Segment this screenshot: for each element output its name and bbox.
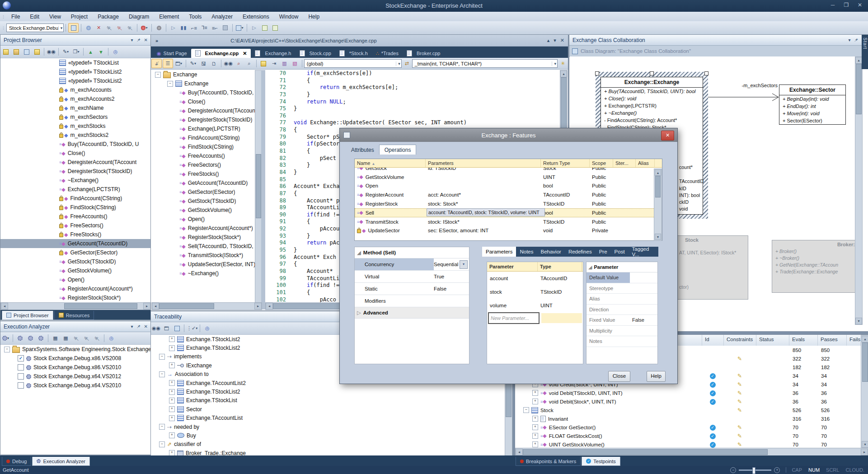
testpoint-row[interactable]: +≡◆FLOAT GetStockCost()✓✎7070 (515, 432, 868, 440)
collapse-icon[interactable]: − (159, 371, 165, 377)
tree-item[interactable]: ≡◆GetStock(TStockID) (0, 257, 151, 266)
minimize-button[interactable]: ─ (828, 2, 837, 8)
help-icon[interactable]: ◎ (202, 324, 212, 333)
tree-item[interactable]: ≡◆FindStock(CString) (151, 142, 255, 151)
reload-button[interactable]: 🗋 (209, 59, 219, 68)
param-detail-row[interactable]: Fixed ValueFalse (586, 315, 657, 326)
menu-tools[interactable]: Tools (184, 13, 206, 21)
edit-button[interactable]: ✎▾ (188, 59, 198, 68)
dialog-title-bar[interactable]: Exchange : Features ✕ (340, 128, 677, 142)
pin-icon[interactable]: 📌︎ (136, 38, 141, 42)
testpoints-vscrollbar[interactable]: ▴ ▾ (861, 335, 868, 449)
editor-tree-hscrollbar[interactable]: ◂ ▸ (151, 302, 262, 310)
expand-icon[interactable]: + (169, 415, 175, 421)
dock-tab-execution-analyzer[interactable]: Execution Analyzer (32, 457, 90, 466)
association-arrow[interactable] (705, 88, 782, 106)
param-detail-row[interactable]: Notes (586, 336, 657, 347)
diagram-tool-button[interactable]: ▾ (235, 23, 244, 32)
tree-item[interactable]: ≡◆Sell(TAccountID, TStockID, UIN (151, 242, 255, 251)
tree-item[interactable]: ◆m_exchName (0, 103, 151, 113)
tree-item[interactable]: ◆FreeSectors() (0, 221, 151, 230)
method-prop-row[interactable]: Modifiers (355, 295, 469, 307)
window-menu-icon[interactable]: ▾ (131, 38, 133, 42)
run-man2-button[interactable]: 🏃︎ (82, 334, 91, 343)
search-doc-icon[interactable]: ⌕ (244, 59, 254, 68)
toggle-tree-button[interactable]: ⫝̸ (151, 59, 162, 68)
zoom-in-icon[interactable]: + (774, 467, 780, 473)
param-col-parameter[interactable]: Parameter (487, 262, 538, 271)
run-button[interactable]: 🏃︎ (104, 23, 114, 32)
expand-icon[interactable]: + (532, 399, 538, 404)
tree-item[interactable]: ≡◆Buy(TAccountID, TStockID, U (0, 140, 151, 149)
help-icon[interactable]: ◎ (107, 334, 116, 343)
step-out-button[interactable]: ≡⌐ (210, 23, 220, 32)
method-prop-row[interactable]: StaticFalse (355, 283, 469, 295)
select-tool-button[interactable]: ▷ (249, 23, 259, 32)
expand-icon[interactable]: + (532, 441, 538, 447)
menu-help[interactable]: Help (303, 13, 324, 21)
detail-tab-notes[interactable]: Notes (516, 247, 537, 257)
run-man-button[interactable]: 🏃︎ (71, 334, 81, 343)
broker-class-box[interactable]: Broker:+ Broker()+ ~Broker()+ GetNet(Exc… (772, 240, 855, 293)
zoom-slider[interactable] (739, 469, 771, 471)
editor-tab[interactable]: Exchange.cpp✕ (191, 49, 251, 58)
cancel-keyboard-button[interactable]: ▦ (61, 334, 70, 343)
expand-icon[interactable]: + (532, 416, 538, 422)
move-up-button[interactable]: ▲ (86, 47, 95, 56)
new-package-button[interactable] (11, 47, 21, 56)
testpoint-row[interactable]: +≡◆ESector GetSector()✓✎7070 (515, 423, 868, 432)
collapse-icon[interactable]: − (159, 354, 165, 360)
tree-item[interactable]: ≡◆FindAccount(CString) (151, 133, 255, 142)
operation-row[interactable]: ≡◆TransmitStockstock: IStock*TStockIDPub… (355, 217, 662, 226)
dialog-tab-operations[interactable]: Operations (379, 145, 417, 155)
copy-button[interactable]: ❐▾ (71, 47, 81, 56)
tree-item[interactable]: ≡◆Exchange(LPCTSTR) (0, 185, 151, 194)
tree-item[interactable]: ◆m_exchAccounts (0, 85, 151, 94)
goto-line-icon[interactable]: ⇥ (269, 59, 279, 68)
help-icon[interactable]: ◎ (111, 47, 120, 56)
testpoints-col-constraints[interactable]: Constraints (723, 335, 756, 346)
testpoint-row[interactable]: +≡◆void Debit(TStockID, UINT, INT)✓✎3636 (515, 389, 868, 397)
tree-item[interactable]: ≡◆Open() (0, 275, 151, 284)
parameter-row[interactable]: volumeUINT (487, 299, 583, 312)
tree-item[interactable]: −Exchange (151, 70, 255, 79)
tree-item[interactable]: ≡◆GetAccount(TAccountID) (151, 178, 255, 188)
analyzer-config-item[interactable]: Stock Exchange.Debug.x64.VS2010 (0, 381, 151, 390)
checkbox[interactable]: ✓ (18, 355, 24, 361)
testpoints-col-status[interactable]: Status (756, 335, 789, 346)
properties-icon[interactable]: 🗔 (162, 324, 171, 333)
attach-button[interactable] (154, 23, 164, 32)
tree-item[interactable]: ≡◆Buy(TAccountID, TStockID, UIN (151, 88, 255, 97)
tree-item[interactable]: ◆m_exchStocks2 (0, 131, 151, 140)
tree-item[interactable]: ≡◆FreeStocks() (151, 169, 255, 178)
collapse-icon[interactable]: − (4, 347, 10, 352)
tree-item[interactable]: ≡◆~Exchange() (151, 269, 255, 278)
expand-icon[interactable]: + (169, 336, 175, 342)
search-icon[interactable]: ◉◉ (47, 47, 56, 56)
note2-tool-button[interactable] (270, 23, 280, 32)
expand-icon[interactable]: + (169, 406, 175, 412)
note-tool-button[interactable] (260, 23, 269, 32)
tree-item[interactable]: ≡◆RegisterStock(Stock*) (151, 233, 255, 242)
tree-item[interactable]: ≡◆DeregisterAccount(TAccountID) (151, 106, 255, 115)
param-detail-row[interactable]: Alias (586, 294, 657, 305)
tree-item[interactable]: ≡◆DeregisterAccount(TAccount (0, 158, 151, 167)
collapse-icon[interactable]: − (159, 424, 165, 430)
expander-icon[interactable]: ◢ (586, 264, 594, 270)
new-model-button[interactable] (1, 47, 10, 56)
detail-tab-taggedv[interactable]: Tagged V... (629, 247, 658, 257)
project-browser-hscrollbar[interactable]: ◂ ▸ (0, 302, 151, 310)
testpoints-col-evals[interactable]: Evals (789, 335, 817, 346)
close-button[interactable]: ✕ (855, 2, 864, 8)
testpoints-hscrollbar[interactable]: ◂ ▸ (515, 448, 868, 456)
ops-col-returntype[interactable]: Return Type (541, 159, 590, 167)
find-icon[interactable]: ◉◉ (224, 59, 233, 68)
expander-icon[interactable]: ▷ (355, 310, 363, 316)
move-down-button[interactable]: ▼ (96, 47, 106, 56)
menu-edit[interactable]: Edit (25, 13, 44, 21)
tree-item[interactable]: ≡◆FreeAccounts() (151, 151, 255, 160)
checkbox[interactable] (18, 382, 24, 389)
analyzer-script-button[interactable]: ▾ (1, 334, 10, 343)
dock-tab-1[interactable]: Resources (54, 311, 94, 320)
testpoints-col-id[interactable]: Id (702, 335, 723, 346)
